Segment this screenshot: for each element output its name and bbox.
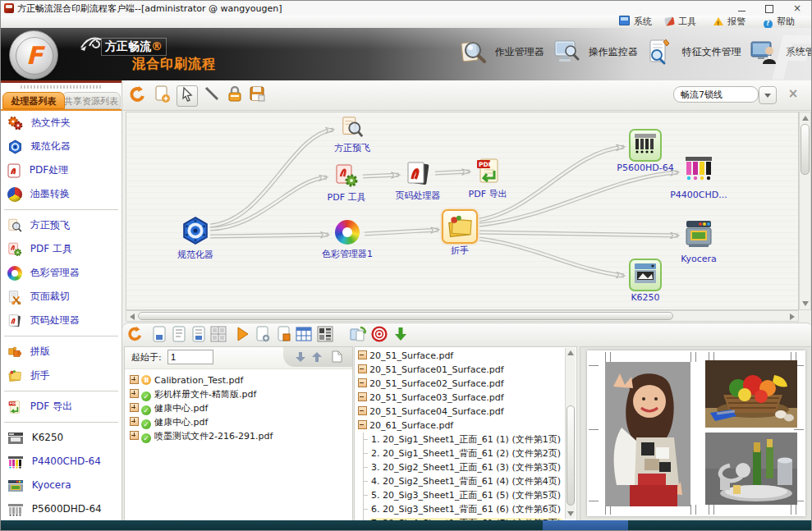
move-down-icon[interactable] <box>295 351 306 365</box>
expand-icon[interactable] <box>130 375 139 384</box>
sidebar-item-printer-kyocera[interactable]: Kyocera <box>1 474 122 497</box>
workflow-selector[interactable]: 畅流7锁线 <box>673 86 759 103</box>
scroll-up-arrow[interactable] <box>567 350 574 355</box>
page-item[interactable]: 2. 20_Sig1_Sheet1_背面_61 (2) (文件第2页) <box>358 446 573 460</box>
stop-record-button[interactable] <box>370 326 388 344</box>
node-fold-selected[interactable]: 折手 <box>420 209 499 257</box>
new-page-icon[interactable] <box>332 350 342 365</box>
scroll-up-arrow[interactable] <box>802 116 809 121</box>
sidebar-grip[interactable] <box>21 85 103 89</box>
expand-icon[interactable] <box>130 389 139 398</box>
node-color-manager[interactable]: 色彩管理器1 <box>308 220 387 260</box>
expand-icon[interactable] <box>130 417 139 426</box>
job-document-button[interactable] <box>150 326 168 344</box>
scroll-thumb[interactable] <box>138 312 673 320</box>
surface-item[interactable]: 20_51_Surface03_Surface.pdf <box>358 391 573 405</box>
sidebar-item-page-crop[interactable]: 页面裁切 <box>1 285 122 309</box>
run-job-button[interactable] <box>234 326 252 344</box>
save-button[interactable] <box>248 85 268 105</box>
collapse-icon[interactable] <box>358 364 367 373</box>
table-view-button[interactable] <box>295 326 313 344</box>
workflow-canvas[interactable]: 规范化器 方正预飞 <box>126 112 799 310</box>
job-list-view-button[interactable] <box>190 326 208 344</box>
scroll-down-arrow[interactable] <box>802 301 809 306</box>
refresh-pages-button[interactable] <box>349 326 367 344</box>
scroll-right-arrow[interactable] <box>790 314 795 320</box>
node-page-number[interactable]: 页码处理器 <box>378 160 457 202</box>
sidebar-item-ink-convert[interactable]: 油墨转换 <box>1 182 122 206</box>
collapse-icon[interactable] <box>358 420 367 429</box>
node-preflight[interactable]: 方正预飞 <box>313 116 392 154</box>
sidebar-item-page-number[interactable]: 页码处理器 <box>1 309 122 332</box>
new-workflow-button[interactable] <box>153 85 172 105</box>
menu-help[interactable]: ? 帮助 <box>764 16 796 28</box>
sidebar-item-fold[interactable]: 折手 <box>1 364 122 387</box>
layout-view-button[interactable] <box>316 326 334 344</box>
workflow-selector-dropdown-button[interactable] <box>759 86 777 104</box>
operation-monitor-button[interactable]: 操作监控器 <box>553 38 638 71</box>
scroll-down-arrow[interactable] <box>567 511 574 516</box>
sidebar-item-hotfolder[interactable]: 热文件夹 <box>1 111 122 135</box>
node-pdf-export[interactable]: PDF PDF 导出 <box>448 157 527 200</box>
job-file-item[interactable]: ✓喷墨测试文件2-216-291.pdf <box>130 429 349 443</box>
export-down-button[interactable] <box>392 326 410 344</box>
surface-item[interactable]: 20_51_Surface01_Surface.pdf <box>358 363 573 377</box>
pages-scrollbar[interactable] <box>565 348 576 519</box>
sidebar-item-printer-p5600dhd[interactable]: P5600DHD-64 <box>1 497 122 521</box>
expand-icon[interactable] <box>130 403 139 412</box>
menu-system[interactable]: 系统 <box>619 16 653 28</box>
line-tool-button[interactable] <box>202 85 222 105</box>
undo-button[interactable] <box>128 85 148 105</box>
feature-file-manager-button[interactable]: 特征文件管理 <box>646 38 741 71</box>
job-file-item[interactable]: ✓彩机样册文件-精简版.pdf <box>130 387 349 401</box>
node-pdf-tool[interactable]: PDF 工具 <box>307 163 386 204</box>
surface-item[interactable]: 20_51_Surface02_Surface.pdf <box>358 377 573 391</box>
undo-button[interactable] <box>126 326 145 344</box>
sidebar-item-pdf-export[interactable]: PDF PDF 导出 <box>1 395 122 419</box>
sidebar-item-impose[interactable]: 拼版 <box>1 340 122 364</box>
job-file-item[interactable]: Calibration_Test.pdf <box>130 373 349 387</box>
node-printer-kyocera[interactable]: Kyocera <box>659 219 738 264</box>
move-up-icon[interactable] <box>311 351 323 365</box>
add-file-button[interactable] <box>254 326 272 344</box>
sidebar-item-printer-p4400chd[interactable]: P4400CHD-64 <box>1 450 122 474</box>
page-item[interactable]: 6. 20_Sig3_Sheet1_背面_61 (6) (文件第6页) <box>358 502 573 516</box>
page-item[interactable]: 3. 20_Sig2_Sheet1_正面_61 (3) (文件第3页) <box>358 460 573 474</box>
minimize-button[interactable] <box>727 1 755 16</box>
close-workflow-button[interactable]: × <box>787 87 800 100</box>
restore-button[interactable] <box>755 1 783 16</box>
tab-shared-resources[interactable]: 共享资源列表 <box>62 92 121 109</box>
surface-item[interactable]: 20_61_Surface.pdf <box>358 419 573 433</box>
file-stamp-button[interactable] <box>275 326 293 344</box>
collapse-icon[interactable] <box>358 392 367 401</box>
scroll-thumb[interactable] <box>567 405 575 506</box>
close-button[interactable]: × <box>783 1 811 16</box>
sidebar-item-pdf-process[interactable]: PDF处理 <box>1 158 122 182</box>
sidebar-item-printer-k6250[interactable]: K6250 <box>1 426 122 450</box>
node-normalizer[interactable]: 规范化器 <box>156 216 235 261</box>
scroll-thumb[interactable] <box>801 124 810 175</box>
node-printer-p4400chd[interactable]: P4400CHD... <box>659 155 738 200</box>
menu-tools[interactable]: 工具 <box>665 16 697 28</box>
lock-button[interactable] <box>225 85 245 105</box>
page-item[interactable]: 1. 20_Sig1_Sheet1_正面_61 (1) (文件第1页) <box>358 433 573 446</box>
pointer-tool-button[interactable] <box>177 85 198 107</box>
sidebar-item-color-manager[interactable]: 色彩管理器 <box>1 261 122 285</box>
sidebar-item-pdf-tool[interactable]: PDF 工具 <box>1 237 122 261</box>
surface-item[interactable]: 20_51_Surface04_Surface.pdf <box>358 405 573 419</box>
surface-item[interactable]: 20_51_Surface.pdf <box>358 349 573 363</box>
page-item[interactable]: 5. 20_Sig3_Sheet1_正面_61 (5) (文件第5页) <box>358 488 573 502</box>
menu-alarm[interactable]: 报警 <box>713 16 746 28</box>
sidebar-item-normalizer[interactable]: 规范化器 <box>1 135 122 158</box>
collapse-icon[interactable] <box>358 350 367 359</box>
job-text-view-button[interactable] <box>170 326 188 344</box>
canvas-vertical-scrollbar[interactable] <box>799 112 811 310</box>
collapse-icon[interactable] <box>358 378 367 387</box>
job-file-item[interactable]: ✓健康中心.pdf <box>130 415 349 429</box>
grid-view-button[interactable] <box>209 326 227 344</box>
expand-icon[interactable] <box>130 431 139 440</box>
canvas-horizontal-scrollbar[interactable] <box>126 310 799 322</box>
scroll-left-arrow[interactable] <box>130 314 135 320</box>
job-file-item[interactable]: ✓健康中心.pdf <box>130 401 349 415</box>
node-printer-k6250[interactable]: K6250 <box>606 259 685 303</box>
